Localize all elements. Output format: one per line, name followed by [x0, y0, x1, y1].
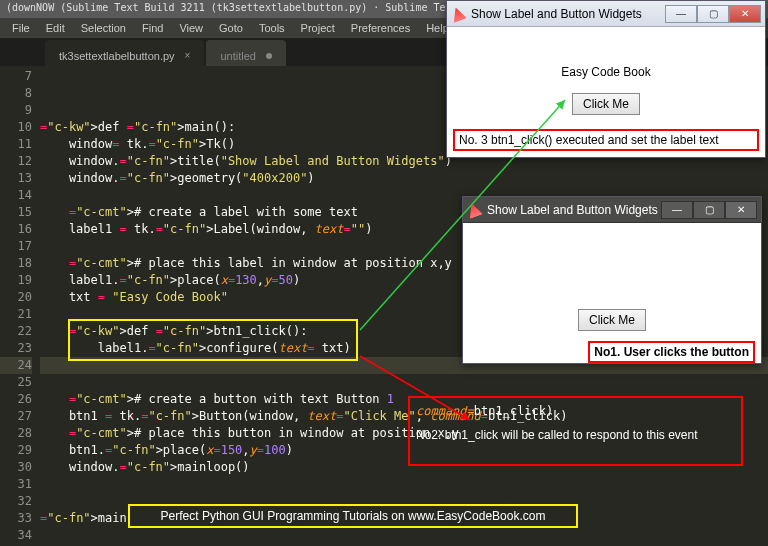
tk-titlebar-1[interactable]: Show Label and Button Widgets — ▢ ✕: [447, 1, 765, 27]
menu-selection[interactable]: Selection: [73, 20, 134, 36]
tab-inactive[interactable]: untitled: [206, 40, 285, 66]
menu-view[interactable]: View: [171, 20, 211, 36]
callout-cmd-param: command=: [416, 404, 474, 418]
tk-label-1: Easy Code Book: [453, 65, 759, 79]
line-gutter: 7891011121314151617181920212223242526272…: [0, 66, 40, 546]
tk-button-1[interactable]: Click Me: [572, 93, 640, 115]
tk-window-1: Show Label and Button Widgets — ▢ ✕ Easy…: [446, 0, 766, 158]
menu-file[interactable]: File: [4, 20, 38, 36]
close-icon[interactable]: ×: [185, 50, 191, 61]
tk-feather-icon: [465, 201, 483, 219]
result-box-1: No. 3 btn1_click() executed and set the …: [453, 129, 759, 151]
tk-titlebar-2[interactable]: Show Label and Button Widgets — ▢ ✕: [463, 197, 761, 223]
menu-find[interactable]: Find: [134, 20, 171, 36]
tk-title-2: Show Label and Button Widgets: [487, 203, 661, 217]
callout-no2: No2. btn1_click will be called to respon…: [416, 428, 735, 442]
tk-feather-icon: [449, 5, 467, 23]
menu-goto[interactable]: Goto: [211, 20, 251, 36]
minimize-button[interactable]: —: [665, 5, 697, 23]
unsaved-dot-icon: [266, 53, 272, 59]
close-button[interactable]: ✕: [729, 5, 761, 23]
footer-text: Perfect Python GUI Programming Tutorials…: [161, 509, 546, 523]
tab-label: untitled: [220, 50, 255, 62]
menu-project[interactable]: Project: [293, 20, 343, 36]
tk-title-1: Show Label and Button Widgets: [471, 7, 665, 21]
tk-button-2[interactable]: Click Me: [578, 309, 646, 331]
minimize-button[interactable]: —: [661, 201, 693, 219]
tab-active[interactable]: tk3settextlabelbutton.py ×: [45, 40, 204, 66]
tab-label: tk3settextlabelbutton.py: [59, 50, 175, 62]
highlight-box-explain: command=btn1_click) No2. btn1_click will…: [408, 396, 743, 466]
note-box-2: No1. User clicks the button: [588, 341, 755, 363]
callout-cmd-val: btn1_click): [474, 404, 553, 418]
highlight-box-footer: Perfect Python GUI Programming Tutorials…: [128, 504, 578, 528]
maximize-button[interactable]: ▢: [693, 201, 725, 219]
menu-edit[interactable]: Edit: [38, 20, 73, 36]
maximize-button[interactable]: ▢: [697, 5, 729, 23]
tk-window-2: Show Label and Button Widgets — ▢ ✕ Clic…: [462, 196, 762, 364]
menu-tools[interactable]: Tools: [251, 20, 293, 36]
close-button[interactable]: ✕: [725, 201, 757, 219]
menu-preferences[interactable]: Preferences: [343, 20, 418, 36]
highlight-box-function: [68, 319, 358, 361]
